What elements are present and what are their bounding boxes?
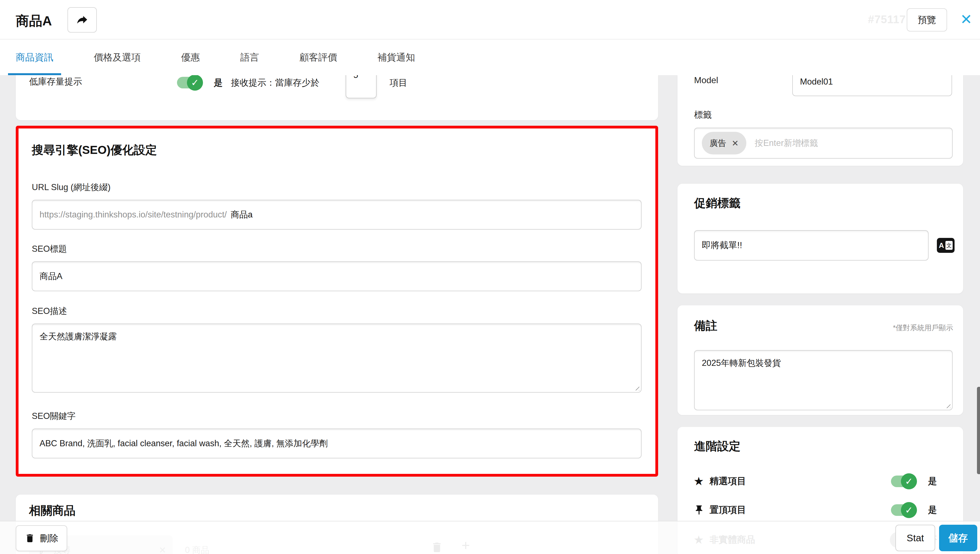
remove-tag-icon[interactable]: ✕ <box>732 138 739 148</box>
page-title: 商品A <box>16 12 52 30</box>
promo-label-card: 促銷標籤 即將截單!! A 文 <box>677 184 963 293</box>
advanced-title: 進階設定 <box>694 438 741 454</box>
tag-chip: 廣告 ✕ <box>702 132 746 154</box>
tab-promotions[interactable]: 優惠 <box>173 40 207 75</box>
model-input[interactable]: Model01 <box>792 75 952 96</box>
tab-price-options[interactable]: 價格及選項 <box>86 40 148 75</box>
delete-button[interactable]: 刪除 <box>16 525 67 551</box>
pinned-toggle[interactable]: ✓ <box>891 504 916 516</box>
seo-title-label: SEO標題 <box>32 243 67 255</box>
notes-textarea[interactable]: 2025年轉新包裝發貨 <box>694 350 953 410</box>
promo-title: 促銷標籤 <box>694 195 741 211</box>
forward-arrow-icon <box>76 14 88 26</box>
related-section-title: 相關商品 <box>29 503 75 518</box>
toggle-check-icon: ✓ <box>187 75 203 91</box>
action-footer: 刪除 Stat 儲存 <box>0 521 980 554</box>
scroll-content: 低庫存量提示 ✓ 是 接收提示：當庫存少於 5 項目 搜尋引擎(SEO)優化設定… <box>0 75 980 554</box>
promo-input[interactable]: 即將截單!! <box>694 230 929 261</box>
tab-restock-notice[interactable]: 補貨通知 <box>370 40 423 75</box>
pinned-item-row: 置頂項目 ✓ 是 <box>694 504 946 516</box>
tab-language[interactable]: 語言 <box>233 40 267 75</box>
share-button[interactable] <box>67 7 97 33</box>
seo-section-title: 搜尋引擎(SEO)優化設定 <box>32 142 157 158</box>
url-slug-input[interactable]: https://staging.thinkshops.io/site/testn… <box>32 200 642 229</box>
notes-title: 備註 <box>694 318 717 334</box>
model-tags-card: Model Model01 標籤 廣告 ✕ 按Enter新增標籤 <box>677 75 963 166</box>
seo-title-input[interactable]: 商品A <box>32 261 642 291</box>
vertical-scrollbar-thumb[interactable] <box>977 387 980 474</box>
modal-header: 商品A #75117 預覽 ✕ <box>0 0 980 40</box>
preview-button[interactable]: 預覽 <box>907 8 947 32</box>
url-slug-value: 商品a <box>231 209 252 220</box>
low-stock-unit-label: 項目 <box>389 77 407 89</box>
close-icon[interactable]: ✕ <box>960 11 972 28</box>
save-button[interactable]: 儲存 <box>939 525 977 551</box>
model-label: Model <box>694 75 718 85</box>
stat-button[interactable]: Stat <box>895 525 935 551</box>
pinned-value: 是 <box>928 504 937 516</box>
tag-chip-label: 廣告 <box>710 138 726 149</box>
url-prefix-text: https://staging.thinkshops.io/site/testn… <box>40 210 227 220</box>
seo-keywords-input[interactable]: ABC Brand, 洗面乳, facial cleanser, facial … <box>32 428 642 458</box>
toggle-check-icon: ✓ <box>901 473 917 489</box>
resize-handle-icon[interactable] <box>633 384 639 390</box>
low-stock-quantity-input[interactable]: 5 <box>346 75 377 99</box>
tab-bar: 商品資訊 價格及選項 優惠 語言 顧客評價 補貨通知 <box>0 40 980 75</box>
seo-keywords-label: SEO關鍵字 <box>32 410 75 422</box>
seo-highlight-box: 搜尋引擎(SEO)優化設定 URL Slug (網址後綴) https://st… <box>16 126 658 477</box>
notes-hint: *僅對系統用戶顯示 <box>893 323 953 333</box>
trash-icon <box>25 533 35 543</box>
tab-customer-reviews[interactable]: 顧客評價 <box>292 40 345 75</box>
url-slug-label: URL Slug (網址後綴) <box>32 181 111 193</box>
toggle-check-icon: ✓ <box>901 502 917 518</box>
pushpin-icon <box>694 505 710 516</box>
seo-description-label: SEO描述 <box>32 305 67 317</box>
low-stock-toggle[interactable]: ✓ <box>177 77 202 88</box>
pinned-label: 置頂項目 <box>710 504 746 516</box>
resize-handle-icon[interactable] <box>944 402 950 408</box>
notes-card: 備註 *僅對系統用戶顯示 2025年轉新包裝發貨 <box>677 305 963 415</box>
product-id-text: #75117 <box>868 13 906 26</box>
tags-label: 標籤 <box>694 109 712 121</box>
tags-placeholder: 按Enter新增標籤 <box>755 137 818 149</box>
low-stock-card: 低庫存量提示 ✓ 是 接收提示：當庫存少於 5 項目 <box>16 75 658 120</box>
translate-icon[interactable]: A 文 <box>937 238 954 253</box>
star-icon: ★ <box>694 474 710 488</box>
featured-item-row: ★ 精選項目 ✓ 是 <box>694 474 946 488</box>
featured-value: 是 <box>928 475 937 487</box>
tags-input[interactable]: 廣告 ✕ 按Enter新增標籤 <box>694 127 953 159</box>
low-stock-toggle-value: 是 <box>214 77 223 89</box>
low-stock-hint: 接收提示：當庫存少於 <box>231 77 319 89</box>
featured-label: 精選項目 <box>710 475 746 487</box>
featured-toggle[interactable]: ✓ <box>891 476 916 487</box>
low-stock-label: 低庫存量提示 <box>29 76 82 88</box>
seo-description-textarea[interactable]: 全天然護膚潔淨凝露 <box>32 323 642 393</box>
tab-product-info[interactable]: 商品資訊 <box>8 40 61 75</box>
